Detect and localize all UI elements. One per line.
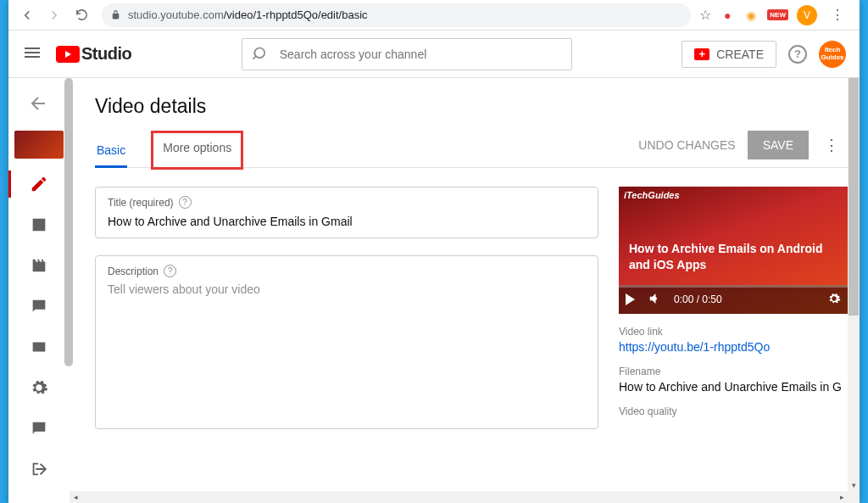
description-input[interactable]: [108, 282, 586, 405]
browser-toolbar: studio.youtube.com/video/1-rhpptd5Qo/edi…: [8, 0, 860, 31]
filename-label: Filename: [619, 366, 848, 377]
main-content: Video details Basic More options UNDO CH…: [70, 78, 860, 503]
description-field[interactable]: Description ?: [95, 255, 598, 429]
search-box[interactable]: [242, 38, 572, 70]
gear-icon: [30, 378, 48, 397]
more-actions-icon[interactable]: ⋮: [821, 136, 843, 154]
feedback-icon: [30, 419, 48, 438]
sidebar-item-analytics[interactable]: [8, 204, 70, 245]
sidebar-scrollbar[interactable]: [64, 78, 73, 366]
youtube-icon: [56, 46, 80, 63]
studio-logo[interactable]: Studio: [56, 44, 131, 64]
film-icon: [30, 256, 48, 275]
title-input[interactable]: [108, 215, 586, 228]
undo-changes-button[interactable]: UNDO CHANGES: [638, 138, 735, 152]
play-button[interactable]: [626, 293, 635, 305]
page-title: Video details: [95, 95, 851, 118]
comments-icon: [30, 297, 48, 316]
extension-new-badge[interactable]: NEW: [767, 9, 788, 20]
search-input[interactable]: [280, 48, 561, 61]
app-body: Video details Basic More options UNDO CH…: [8, 78, 860, 503]
lock-icon: [110, 9, 121, 20]
player-controls: 0:00 / 0:50: [619, 285, 848, 314]
sidebar-back-button[interactable]: [29, 85, 49, 126]
scroll-left-icon[interactable]: ◂: [70, 491, 81, 503]
tab-more-options[interactable]: More options: [151, 131, 243, 170]
save-button[interactable]: SAVE: [748, 131, 809, 159]
analytics-icon: [30, 215, 48, 234]
video-link-label: Video link: [619, 326, 848, 338]
logo-text: Studio: [81, 44, 131, 64]
subtitles-icon: [30, 338, 48, 356]
video-preview[interactable]: iTechGuides How to Archive Emails on And…: [619, 187, 848, 314]
create-button[interactable]: CREATE: [682, 41, 776, 68]
help-icon[interactable]: ?: [788, 45, 807, 64]
title-label: Title (required): [108, 197, 174, 209]
browser-window: studio.youtube.com/video/1-rhpptd5Qo/edi…: [8, 0, 860, 503]
browser-menu-icon[interactable]: ⋮: [826, 3, 849, 27]
sidebar-item-details[interactable]: [8, 164, 70, 204]
video-link-value[interactable]: https://youtu.be/1-rhpptd5Qo: [619, 340, 848, 354]
url-path: /video/1-rhpptd5Qo/edit/basic: [224, 8, 368, 21]
description-label: Description: [108, 265, 159, 277]
scroll-right-icon[interactable]: ▸: [836, 491, 848, 503]
search-icon: [253, 46, 270, 63]
address-bar[interactable]: studio.youtube.com/video/1-rhpptd5Qo/edi…: [102, 3, 691, 27]
sidebar-item-settings[interactable]: [8, 367, 70, 408]
sidebar-item-comments[interactable]: [8, 286, 70, 327]
sidebar-item-editor[interactable]: [8, 245, 70, 286]
sidebar-item-feedback[interactable]: [8, 408, 70, 449]
title-help-icon[interactable]: ?: [179, 196, 192, 209]
sidebar-item-subtitles[interactable]: [8, 327, 70, 367]
sidebar: [8, 78, 70, 503]
create-video-icon: [694, 48, 709, 60]
bookmark-star-icon[interactable]: ☆: [699, 7, 711, 23]
app-header: Studio CREATE ? Itech Guides: [8, 31, 860, 78]
channel-avatar[interactable]: Itech Guides: [819, 41, 846, 68]
preview-brand: iTechGuides: [624, 190, 680, 200]
title-field[interactable]: Title (required) ?: [95, 187, 598, 238]
tab-basic[interactable]: Basic: [95, 133, 127, 167]
video-quality-label: Video quality: [619, 405, 848, 417]
create-label: CREATE: [716, 48, 764, 61]
filename-value: How to Archive and Unarchive Emails in G: [619, 380, 848, 394]
volume-icon[interactable]: [647, 291, 662, 309]
extensions-area: ● ◉ NEW V ⋮: [720, 3, 853, 27]
player-time: 0:00 / 0:50: [674, 293, 722, 305]
scroll-down-icon[interactable]: ▾: [848, 479, 860, 491]
progress-bar[interactable]: [619, 285, 848, 288]
player-settings-icon[interactable]: [827, 292, 841, 308]
forward-button[interactable]: [42, 3, 66, 27]
reload-button[interactable]: [70, 3, 93, 27]
back-button[interactable]: [15, 3, 39, 27]
horizontal-scrollbar[interactable]: ◂ ▸: [70, 491, 848, 503]
url-domain: studio.youtube.com: [128, 8, 224, 21]
sidebar-item-exit[interactable]: [8, 449, 70, 489]
pencil-icon: [30, 175, 48, 193]
extension-record-icon[interactable]: ●: [720, 8, 735, 23]
tabs-row: Basic More options UNDO CHANGES SAVE ⋮: [95, 133, 851, 168]
menu-toggle[interactable]: [22, 42, 42, 66]
video-thumbnail-mini[interactable]: [14, 131, 64, 159]
preview-slide-title: How to Archive Emails on Android and iOS…: [629, 241, 837, 273]
scroll-thumb[interactable]: [849, 78, 859, 316]
description-help-icon[interactable]: ?: [164, 265, 176, 277]
exit-icon: [30, 460, 48, 478]
profile-avatar[interactable]: V: [797, 5, 817, 25]
vertical-scrollbar[interactable]: ▴ ▾: [848, 78, 860, 503]
extension-shield-icon[interactable]: ◉: [743, 8, 759, 23]
